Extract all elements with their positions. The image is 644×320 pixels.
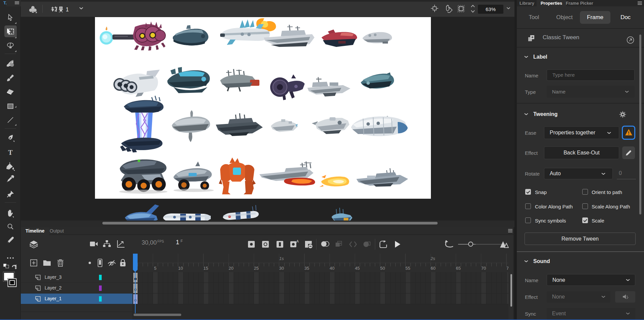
svg-text:A: A bbox=[296, 240, 299, 243]
svg-text:T: T bbox=[8, 149, 13, 156]
svg-text:1: 1 bbox=[66, 7, 69, 12]
